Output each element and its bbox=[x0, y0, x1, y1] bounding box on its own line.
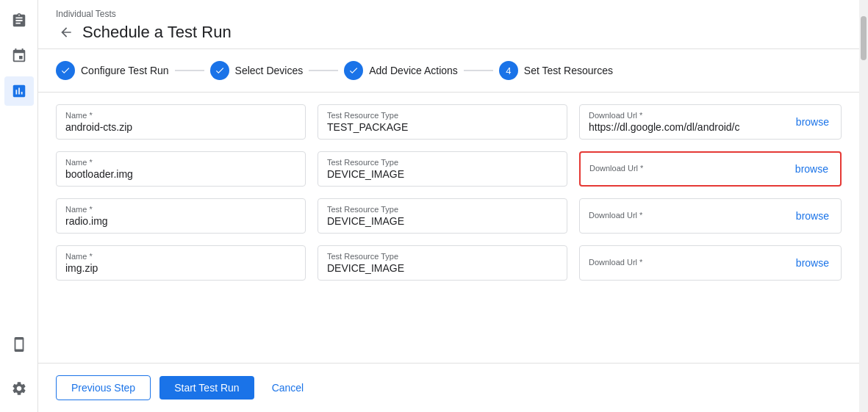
browse-button-3[interactable]: browse bbox=[793, 210, 832, 222]
step-circle-4: 4 bbox=[499, 61, 518, 80]
type-field-2: Test Resource Type DEVICE_IMAGE bbox=[318, 151, 567, 187]
stepper: Configure Test Run Select Devices Add De… bbox=[38, 49, 859, 93]
sidebar-icon-phone[interactable] bbox=[4, 330, 34, 359]
step-circle-1 bbox=[56, 61, 75, 80]
sidebar-icon-chart[interactable] bbox=[4, 76, 34, 106]
step-label-2: Select Devices bbox=[235, 65, 304, 76]
type-label-1: Test Resource Type bbox=[327, 111, 558, 120]
type-field-4: Test Resource Type DEVICE_IMAGE bbox=[318, 245, 567, 281]
resource-row-1: Name * android-cts.zip Test Resource Typ… bbox=[56, 104, 842, 140]
step-circle-2 bbox=[210, 61, 229, 80]
step-set-test-resources: 4 Set Test Resources bbox=[499, 61, 613, 80]
name-field-3: Name * radio.img bbox=[56, 198, 306, 234]
step-connector-3 bbox=[464, 70, 493, 71]
step-select-devices: Select Devices bbox=[210, 61, 304, 80]
step-add-device-actions: Add Device Actions bbox=[344, 61, 458, 80]
type-value-4: DEVICE_IMAGE bbox=[327, 262, 558, 274]
name-label-3: Name * bbox=[65, 205, 296, 214]
type-value-3: DEVICE_IMAGE bbox=[327, 215, 558, 227]
type-label-3: Test Resource Type bbox=[327, 205, 558, 214]
url-label-4: Download Url * bbox=[589, 258, 793, 267]
name-label-4: Name * bbox=[65, 252, 296, 261]
step-connector-1 bbox=[175, 70, 204, 71]
step-configure: Configure Test Run bbox=[56, 61, 169, 80]
type-value-1: TEST_PACKAGE bbox=[327, 121, 558, 133]
back-button[interactable] bbox=[56, 22, 76, 43]
name-value-1: android-cts.zip bbox=[65, 121, 296, 133]
header: Individual Tests Schedule a Test Run bbox=[38, 0, 859, 49]
step-label-3: Add Device Actions bbox=[369, 65, 458, 76]
url-label-1: Download Url * bbox=[589, 111, 793, 120]
name-value-3: radio.img bbox=[65, 215, 296, 227]
name-label-1: Name * bbox=[65, 111, 296, 120]
type-field-1: Test Resource Type TEST_PACKAGE bbox=[318, 104, 567, 140]
type-label-2: Test Resource Type bbox=[327, 158, 558, 167]
name-field-4: Name * img.zip bbox=[56, 245, 306, 281]
name-field-2: Name * bootloader.img bbox=[56, 151, 306, 187]
main-content: Individual Tests Schedule a Test Run Con… bbox=[38, 0, 859, 412]
name-value-4: img.zip bbox=[65, 262, 296, 274]
footer: Previous Step Start Test Run Cancel bbox=[38, 363, 859, 412]
type-field-3: Test Resource Type DEVICE_IMAGE bbox=[318, 198, 567, 234]
url-value-1: https://dl.google.com/dl/android/c bbox=[589, 121, 793, 133]
cancel-button[interactable]: Cancel bbox=[263, 376, 313, 400]
step-connector-2 bbox=[309, 70, 338, 71]
step-label-4: Set Test Resources bbox=[524, 65, 613, 76]
sidebar bbox=[0, 0, 38, 412]
resource-row-3: Name * radio.img Test Resource Type DEVI… bbox=[56, 198, 842, 234]
url-field-3: Download Url * browse bbox=[579, 198, 842, 234]
breadcrumb: Individual Tests bbox=[56, 9, 842, 19]
resource-row-2: Name * bootloader.img Test Resource Type… bbox=[56, 151, 842, 187]
browse-button-1[interactable]: browse bbox=[793, 116, 832, 128]
name-value-2: bootloader.img bbox=[65, 168, 296, 180]
step-label-1: Configure Test Run bbox=[81, 65, 169, 76]
url-field-2: Download Url * browse bbox=[579, 151, 842, 187]
sidebar-icon-clipboard[interactable] bbox=[4, 6, 34, 35]
sidebar-icon-settings[interactable] bbox=[4, 374, 34, 403]
name-field-1: Name * android-cts.zip bbox=[56, 104, 306, 140]
resource-row-4: Name * img.zip Test Resource Type DEVICE… bbox=[56, 245, 842, 281]
start-test-run-button[interactable]: Start Test Run bbox=[159, 376, 254, 400]
browse-button-2[interactable]: browse bbox=[792, 163, 831, 175]
scrollbar[interactable] bbox=[859, 0, 868, 412]
sidebar-icon-calendar[interactable] bbox=[4, 41, 34, 71]
browse-button-4[interactable]: browse bbox=[793, 257, 832, 269]
type-value-2: DEVICE_IMAGE bbox=[327, 168, 558, 180]
form-area: Name * android-cts.zip Test Resource Typ… bbox=[38, 93, 859, 363]
name-label-2: Name * bbox=[65, 158, 296, 167]
url-field-4: Download Url * browse bbox=[579, 245, 842, 281]
previous-step-button[interactable]: Previous Step bbox=[56, 375, 151, 400]
url-label-3: Download Url * bbox=[589, 211, 793, 220]
scrollbar-thumb bbox=[861, 16, 867, 60]
url-label-2: Download Url * bbox=[589, 164, 792, 173]
url-field-1: Download Url * https://dl.google.com/dl/… bbox=[579, 104, 842, 140]
page-title: Schedule a Test Run bbox=[82, 23, 232, 42]
step-circle-3 bbox=[344, 61, 363, 80]
type-label-4: Test Resource Type bbox=[327, 252, 558, 261]
